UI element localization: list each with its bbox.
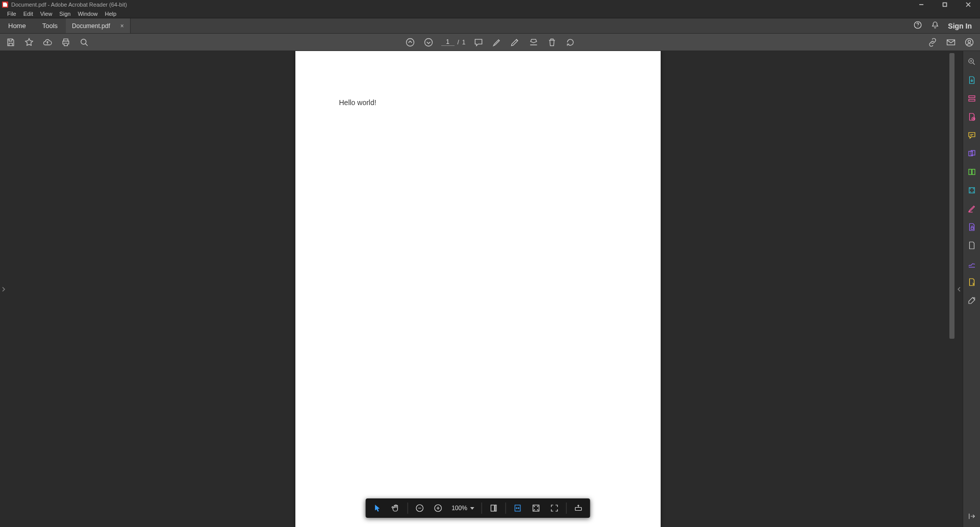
convert-pdf-icon[interactable] [966,277,977,288]
protect-pdf-icon[interactable] [966,221,977,233]
tab-document-label: Document.pdf [72,22,110,30]
read-mode-icon[interactable] [572,501,585,515]
zoom-value: 100% [451,505,467,512]
help-icon[interactable] [913,20,922,32]
select-tool-icon[interactable] [370,501,384,515]
zoom-dropdown[interactable]: 100% [449,505,476,512]
window-title: Document.pdf - Adobe Acrobat Reader (64-… [11,2,127,8]
zoom-in-icon[interactable] [431,501,444,515]
highlight-icon[interactable] [491,37,502,48]
request-signatures-icon[interactable] [966,258,977,269]
menu-edit[interactable]: Edit [20,10,36,18]
page-sep: / [457,39,459,46]
page-total: 1 [462,39,466,46]
save-icon[interactable] [5,37,16,48]
tabbar: Home Tools Document.pdf × Sign In [0,18,980,34]
svg-point-8 [968,40,971,42]
print-icon[interactable] [60,37,71,48]
menu-help[interactable]: Help [102,10,120,18]
menu-sign[interactable]: Sign [56,10,73,18]
page-text: Hello world! [295,51,661,154]
svg-point-5 [424,38,432,46]
main-area: Hello world! 100% [0,51,980,527]
svg-rect-23 [972,169,974,175]
comment-icon[interactable] [473,37,484,48]
cloud-upload-icon[interactable] [42,37,53,48]
redact-icon[interactable] [966,203,977,214]
create-pdf-icon[interactable] [966,111,977,122]
floating-toolbar: 100% [365,498,590,518]
draw-icon[interactable] [510,37,521,48]
svg-point-2 [918,27,918,27]
tab-tools[interactable]: Tools [34,18,66,33]
left-panel-toggle[interactable] [0,51,7,527]
menu-window[interactable]: Window [74,10,100,18]
titlebar: Document.pdf - Adobe Acrobat Reader (64-… [0,0,980,9]
caret-down-icon [470,507,474,510]
svg-rect-18 [969,99,975,102]
search-icon[interactable] [79,37,90,48]
svg-rect-17 [969,96,975,98]
fill-sign-icon[interactable] [966,240,977,251]
close-button[interactable] [957,0,980,9]
page-current-input[interactable] [441,38,454,46]
scrollbar-thumb[interactable] [949,53,954,339]
email-icon[interactable] [945,37,957,48]
svg-rect-0 [943,3,947,7]
svg-point-4 [406,38,414,46]
combine-files-icon[interactable] [966,148,977,159]
maximize-button[interactable] [933,0,957,9]
toolbar: / 1 [0,34,980,51]
link-icon[interactable] [927,37,938,48]
svg-rect-22 [969,169,971,175]
hand-tool-icon[interactable] [389,501,402,515]
signin-button[interactable]: Sign In [948,22,972,30]
tab-home[interactable]: Home [0,18,34,33]
organize-pages-icon[interactable] [966,166,977,178]
menubar: File Edit View Sign Window Help [0,9,980,18]
rotate-icon[interactable] [565,37,576,48]
menu-view[interactable]: View [37,10,56,18]
star-icon[interactable] [23,37,35,48]
svg-rect-11 [491,505,495,511]
right-panel-toggle[interactable] [956,51,963,527]
page-down-icon[interactable] [422,37,434,48]
fit-width-icon[interactable] [511,501,524,515]
app-icon [2,2,8,8]
tab-document[interactable]: Document.pdf × [66,18,131,33]
svg-rect-6 [947,40,955,45]
svg-rect-12 [495,505,496,511]
fit-screen-icon[interactable] [530,501,543,515]
edit-pdf-icon[interactable] [966,93,977,104]
menu-file[interactable]: File [4,10,19,18]
svg-point-26 [973,297,975,299]
document-page: Hello world! [295,51,661,527]
fit-page-icon[interactable] [487,501,500,515]
page-indicator: / 1 [441,38,465,46]
svg-point-3 [81,39,86,44]
comment-tool-icon[interactable] [966,130,977,141]
account-icon[interactable] [964,37,975,48]
stamp-icon[interactable] [528,37,539,48]
sidebar-search-icon[interactable] [966,56,977,67]
svg-rect-15 [575,508,582,511]
svg-rect-25 [971,228,973,230]
vertical-scrollbar[interactable] [948,51,956,527]
export-pdf-icon[interactable] [966,74,977,86]
document-viewport[interactable]: Hello world! 100% [7,51,948,527]
tab-close-icon[interactable]: × [120,22,124,30]
fullscreen-icon[interactable] [548,501,561,515]
more-tools-icon[interactable] [966,295,977,306]
collapse-sidebar-icon[interactable] [966,511,977,522]
bell-icon[interactable] [931,20,940,32]
right-sidebar [963,51,980,527]
compress-pdf-icon[interactable] [966,185,977,196]
zoom-out-icon[interactable] [413,501,426,515]
delete-icon[interactable] [546,37,558,48]
page-up-icon[interactable] [404,37,415,48]
minimize-button[interactable] [910,0,933,9]
